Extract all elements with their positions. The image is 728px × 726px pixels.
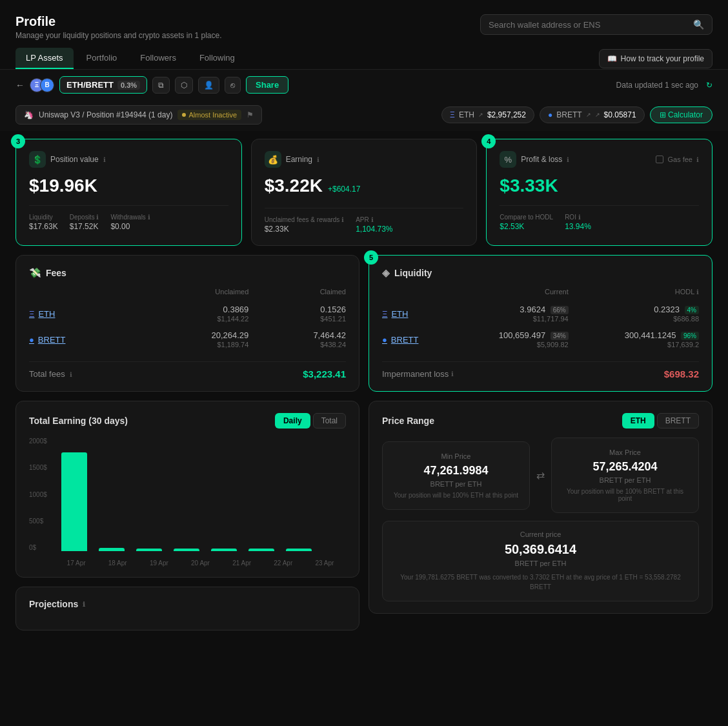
search-input[interactable] xyxy=(489,20,688,30)
apr-label: APR ℹ xyxy=(356,216,392,223)
earning-icon: 💰 xyxy=(265,151,281,168)
brett-icon: B xyxy=(40,78,54,92)
position-value-card: 3 💲 Position value ℹ $19.96K Liquidity $… xyxy=(15,139,242,246)
search-bar[interactable]: 🔍 xyxy=(480,14,713,35)
info-icon-il[interactable]: ℹ xyxy=(451,370,454,378)
chart-header: Total Earning (30 days) Daily Total xyxy=(29,413,346,429)
chart-x-label: 20 Apr xyxy=(185,560,215,567)
projections-panel: Projections ℹ xyxy=(15,587,359,630)
info-icon-proj[interactable]: ℹ xyxy=(83,601,85,608)
current-price-label: Current price xyxy=(392,530,689,538)
back-button[interactable]: ← xyxy=(15,80,25,90)
swap-icon[interactable]: ⇄ xyxy=(536,469,545,481)
chart-title: Total Earning (30 days) xyxy=(29,416,128,426)
info-icon-wd[interactable]: ℹ xyxy=(148,214,150,221)
max-price-value: 57,265.4204 xyxy=(562,460,688,474)
share-button[interactable]: Share xyxy=(246,76,288,94)
tab-lp-assets[interactable]: LP Assets xyxy=(15,48,74,69)
status-badge: Almost Inactive xyxy=(177,110,241,120)
claimed-amount: 0.1526 $451.21 xyxy=(248,305,346,323)
token-link[interactable]: Ξ ETH xyxy=(29,309,137,319)
share-icon-button[interactable]: ⎋ xyxy=(225,77,241,94)
chart-bar xyxy=(286,549,312,551)
pair-pct: 0.3% xyxy=(117,81,140,90)
chart-column: Total Earning (30 days) Daily Total 2000… xyxy=(15,401,359,630)
pnl-amount: $3.33K xyxy=(500,176,699,196)
roi-label: ROI ℹ xyxy=(565,214,591,221)
eth-price-pill: Ξ ETH ↗ $2,957,252 xyxy=(441,106,534,123)
metric-header-2: 💰 Earning ℹ xyxy=(265,151,464,168)
tab-following[interactable]: Following xyxy=(189,48,245,69)
info-icon-3[interactable]: ℹ xyxy=(567,156,569,163)
info-icon-roi[interactable]: ℹ xyxy=(578,214,581,221)
roi-value: 13.94% xyxy=(565,222,591,231)
tab-followers[interactable]: Followers xyxy=(130,48,187,69)
pr-toggle: ETH BRETT xyxy=(622,413,699,429)
page-title: Profile xyxy=(15,14,222,29)
y-label-0: 0$ xyxy=(29,544,47,551)
price-range-header: Price Range ETH BRETT xyxy=(382,413,699,429)
withdrawals-value: $0.00 xyxy=(110,222,150,231)
step-5-badge: 5 xyxy=(364,250,378,265)
external-link2-icon[interactable]: ↗ xyxy=(586,112,591,118)
gas-fee-label: Gas fee xyxy=(667,156,693,163)
position-value-label: Position value xyxy=(50,155,99,164)
brett-pr-button[interactable]: BRETT xyxy=(657,413,699,429)
copy-button[interactable]: ⧉ xyxy=(152,77,170,94)
pnl-card: 4 % Profit & loss ℹ Gas fee ℹ $3.33K Com… xyxy=(486,139,713,246)
liquidity-title: Liquidity xyxy=(394,268,432,278)
header: Profile Manage your liquidity positions … xyxy=(0,0,728,48)
info-icon-gas[interactable]: ℹ xyxy=(696,156,699,163)
earning-card: 💰 Earning ℹ $3.22K +$604.17 Unclaimed fe… xyxy=(251,139,478,246)
apr-detail: APR ℹ 1,104.73% xyxy=(356,216,392,234)
liquidity-icon: ◈ xyxy=(382,267,390,279)
unclaimed-amount: 0.3869 $1,144.22 xyxy=(137,305,248,323)
price-pills: Ξ ETH ↗ $2,957,252 ● BRETT ↗ ↗ $0.05871 … xyxy=(441,106,713,123)
step-1-badge: 3 xyxy=(11,134,25,148)
liq-current-amount: 100,659.497 34% $5,909.82 xyxy=(446,330,569,348)
token-icons: Ξ B xyxy=(30,78,54,92)
liquidity-label: Liquidity xyxy=(29,214,58,221)
unclaimed-label: Unclaimed fees & rewards ℹ xyxy=(265,216,345,223)
chart-x-label: 19 Apr xyxy=(144,560,174,567)
info-icon-unc[interactable]: ℹ xyxy=(341,216,344,223)
table-row: ● BRETT 20,264.29 $1,189.74 7,464.42 $43… xyxy=(29,327,346,352)
max-price-box: Max Price 57,265.4204 BRETT per ETH Your… xyxy=(551,438,699,513)
info-icon-total-fees[interactable]: ℹ xyxy=(70,371,72,378)
chart-x-label: 23 Apr xyxy=(310,560,339,567)
calculator-button[interactable]: ⊞ Calculator xyxy=(650,106,713,123)
calc-label: Calculator xyxy=(668,110,703,119)
external-link-icon[interactable]: ↗ xyxy=(478,112,483,118)
external-link3-icon[interactable]: ↗ xyxy=(595,112,600,118)
chart-area: 2000$ 1500$ 1000$ 500$ 0$ 17 Apr18 Apr19… xyxy=(29,438,346,567)
etherscan-button[interactable]: ⬡ xyxy=(175,77,193,94)
token-link[interactable]: ● BRETT xyxy=(29,335,137,345)
tab-portfolio[interactable]: Portfolio xyxy=(76,48,128,69)
hodl-value: $2.53K xyxy=(500,222,553,231)
daily-toggle-button[interactable]: Daily xyxy=(275,413,310,429)
fees-title-row: 💸 Fees xyxy=(29,267,346,279)
info-icon-dep[interactable]: ℹ xyxy=(96,214,99,221)
max-price-unit: BRETT per ETH xyxy=(562,476,688,484)
liq-token-link[interactable]: ● BRETT xyxy=(382,335,446,345)
avatar-button[interactable]: 👤 xyxy=(198,77,219,94)
min-price-unit: BRETT per ETH xyxy=(393,480,519,488)
info-icon-2[interactable]: ℹ xyxy=(317,156,319,163)
chart-y-labels: 2000$ 1500$ 1000$ 500$ 0$ xyxy=(29,438,47,551)
info-icon-apr[interactable]: ℹ xyxy=(371,216,374,223)
liq-token-link[interactable]: Ξ ETH xyxy=(382,309,446,319)
refresh-icon[interactable]: ↻ xyxy=(706,81,713,90)
total-toggle-button[interactable]: Total xyxy=(313,413,346,429)
il-label: Impermanent loss ℹ xyxy=(382,369,454,379)
metric-title-row-2: 💰 Earning ℹ xyxy=(265,151,319,168)
gas-fee-row: Gas fee ℹ xyxy=(656,156,699,163)
info-icon-hodl-header[interactable]: ℹ xyxy=(696,288,699,296)
how-to-track-button[interactable]: 📖 How to track your profile xyxy=(599,49,713,68)
eth-pr-button[interactable]: ETH xyxy=(622,413,654,429)
position-value-details: Liquidity $17.63K Deposits ℹ $17.52K Wit… xyxy=(29,205,228,231)
header-left: Profile Manage your liquidity positions … xyxy=(15,14,222,40)
info-icon-1[interactable]: ℹ xyxy=(103,156,106,163)
roi-detail: ROI ℹ 13.94% xyxy=(565,214,591,231)
gas-fee-checkbox[interactable] xyxy=(656,156,663,163)
chart-x-label: 22 Apr xyxy=(268,560,298,567)
